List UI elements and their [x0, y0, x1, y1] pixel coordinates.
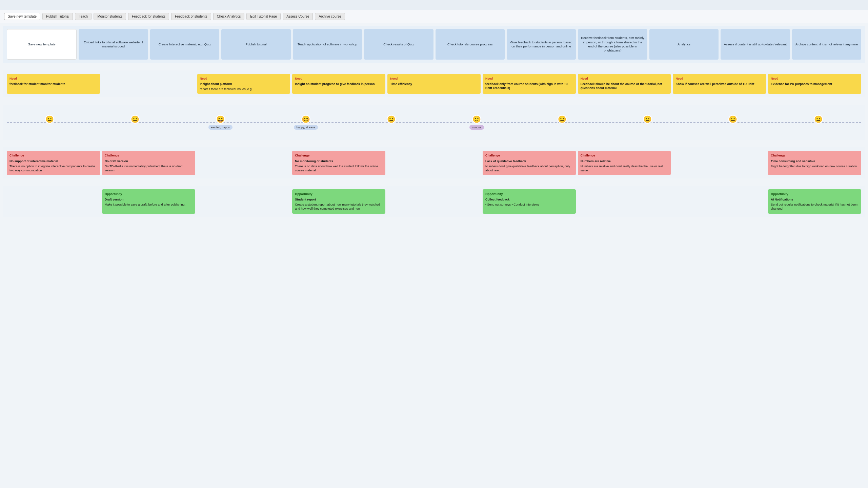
card-title: Lack of qualitative feedback [485, 159, 573, 163]
emoji-2: 😄 [216, 115, 225, 124]
card-title: Numbers are relative [581, 159, 668, 163]
card-body: report if there are technical issues, e.… [200, 87, 288, 91]
yellow-card-1 [102, 74, 195, 94]
blue-card-8: Receive feedback from students, atm main… [578, 29, 647, 60]
emoji-3: 😊 [301, 115, 310, 124]
nav-btn-3[interactable]: Monitor students [94, 13, 126, 20]
opportunity-section: OpportunityDraft versionMake it possible… [3, 186, 865, 217]
nav-btn-7[interactable]: Edit Tutorial Page [246, 13, 281, 20]
need-label: Need [771, 77, 859, 81]
blue-card-0: Save new template [7, 29, 77, 60]
nav-btn-0[interactable]: Save new template [4, 13, 40, 20]
nav-btn-1[interactable]: Publish Tutorial [42, 13, 73, 20]
challenge-card-4 [387, 151, 481, 175]
blue-card-2: Create Interactive material, e.g. Quiz [150, 29, 219, 60]
card-title: Feedback should be about the course or t… [581, 82, 668, 90]
emotion-label-3: happy, at ease [294, 125, 318, 130]
opportunity-card-5: OpportunityCollect feedback• Send out su… [483, 189, 576, 214]
yellow-card-0: Needfeedback for student monitor student… [7, 74, 100, 94]
need-label: Need [295, 77, 383, 81]
need-label: Need [390, 77, 478, 81]
challenge-card-8: ChallengeTime consuming and sensitiveMig… [768, 151, 861, 175]
card-title: Know if courses are well perceived outsi… [675, 82, 763, 86]
emoji-9: 😐 [814, 115, 823, 124]
opportunity-card-8: OpportunityAI NotificationsSend out regu… [768, 189, 861, 214]
blue-card-5: Check results of Quiz [364, 29, 433, 60]
emotion-item-8: 😐 [690, 115, 776, 130]
blue-cards-row: Save new templateEmbed links to official… [7, 29, 861, 60]
blue-card-7: Give feedback to students in person, bas… [507, 29, 576, 60]
challenge-card-7 [673, 151, 766, 175]
card-body: There is no data about how well the stud… [295, 164, 383, 172]
card-body: On TDi-Pedia it is immediately published… [105, 164, 193, 172]
nav-btn-5[interactable]: Feedback of students [171, 13, 211, 20]
card-body: There is no option to integrate interact… [9, 164, 97, 172]
yellow-card-3: NeedInsight on student progress to give … [292, 74, 385, 94]
need-label: Need [581, 77, 668, 81]
yellow-card-4: NeedTime efficiency [387, 74, 481, 94]
emoji-7: 😐 [643, 115, 652, 124]
emoji-6: 😐 [558, 115, 567, 124]
card-title: AI Notifications [771, 197, 859, 201]
challenge-label: Challenge [295, 153, 383, 157]
emotion-item-5: 🙂curious [434, 115, 519, 130]
need-label: Need [675, 77, 763, 81]
card-title: No monitoring of students [295, 159, 383, 163]
need-label: Need [9, 77, 97, 81]
opp-label: Opportunity [105, 192, 193, 196]
yellow-cards-section: Needfeedback for student monitor student… [3, 70, 865, 97]
top-bar [0, 0, 868, 10]
yellow-cards-row: Needfeedback for student monitor student… [7, 74, 861, 94]
opp-label: Opportunity [295, 192, 383, 196]
card-title: No draft version [105, 159, 193, 163]
challenge-label: Challenge [771, 153, 859, 157]
emoji-8: 😐 [728, 115, 738, 124]
challenge-section: ChallengeNo support of interactive mater… [3, 147, 865, 178]
card-body: Make it possible to save a draft, before… [105, 203, 193, 207]
card-body: • Send out surveys • Conduct interviews [485, 203, 573, 207]
emotion-items: 😐😐😄excited, happy😊happy, at ease😐🙂curiou… [7, 115, 861, 130]
yellow-card-5: Needfeedback only from course students (… [483, 74, 576, 94]
yellow-card-6: NeedFeedback should be about the course … [578, 74, 671, 94]
blue-card-1: Embed links to official software website… [79, 29, 148, 60]
need-label: Need [485, 77, 573, 81]
nav-btn-2[interactable]: Teach [75, 13, 92, 20]
challenge-card-0: ChallengeNo support of interactive mater… [7, 151, 100, 175]
nav-row: Save new templatePublish TutorialTeachMo… [0, 10, 868, 23]
need-label: Need [200, 77, 288, 81]
nav-btn-4[interactable]: Feedback for students [128, 13, 169, 20]
nav-btn-9[interactable]: Archive course [315, 13, 345, 20]
blue-card-11: Archive content, if it is not relevant a… [792, 29, 861, 60]
emotion-section: 😐😐😄excited, happy😊happy, at ease😐🙂curiou… [3, 105, 865, 140]
opportunity-card-6 [578, 189, 671, 214]
card-body: Send out regular notifications to check … [771, 203, 859, 211]
opportunity-cards-row: OpportunityDraft versionMake it possible… [7, 189, 861, 214]
opportunity-card-0 [7, 189, 100, 214]
yellow-card-2: NeedInsight about platformreport if ther… [197, 74, 290, 94]
emoji-1: 😐 [130, 115, 140, 124]
yellow-card-7: NeedKnow if courses are well perceived o… [673, 74, 766, 94]
card-title: feedback only from course students (with… [485, 82, 573, 90]
card-title: feedback for student monitor students [9, 82, 97, 86]
emoji-0: 😐 [45, 115, 54, 124]
opportunity-card-2 [197, 189, 290, 214]
emotion-item-4: 😐 [348, 115, 434, 130]
opp-label: Opportunity [485, 192, 573, 196]
card-title: No support of interactive material [9, 159, 97, 163]
nav-btn-6[interactable]: Check Analytics [213, 13, 245, 20]
card-title: Insight about platform [200, 82, 288, 86]
emotion-item-3: 😊happy, at ease [263, 115, 348, 130]
emotion-item-6: 😐 [520, 115, 605, 130]
opportunity-card-4 [387, 189, 481, 214]
challenge-card-1: ChallengeNo draft versionOn TDi-Pedia it… [102, 151, 195, 175]
challenge-card-5: ChallengeLack of qualitative feedbackNum… [483, 151, 576, 175]
challenge-card-2 [197, 151, 290, 175]
card-body: Might be forgotten due to high workload … [771, 164, 859, 168]
card-title: Collect feedback [485, 197, 573, 201]
nav-btn-8[interactable]: Assess Course [283, 13, 313, 20]
opportunity-card-1: OpportunityDraft versionMake it possible… [102, 189, 195, 214]
emotion-item-2: 😄excited, happy [178, 115, 263, 130]
blue-card-4: Teach application of software in worksho… [293, 29, 362, 60]
emotion-item-7: 😐 [605, 115, 690, 130]
emoji-4: 😐 [387, 115, 396, 124]
